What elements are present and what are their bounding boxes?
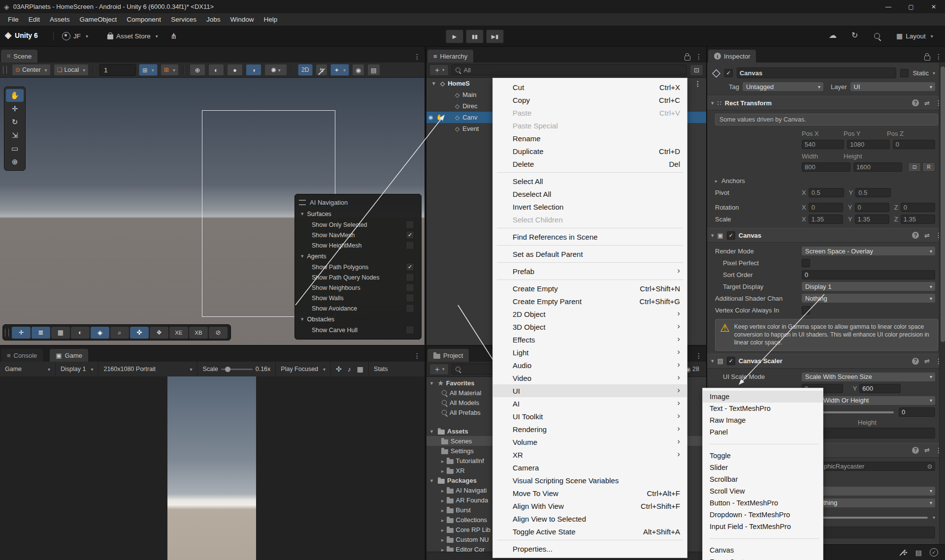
checkbox[interactable] xyxy=(406,326,414,334)
pivot-x-field[interactable]: 0.5 xyxy=(809,188,844,197)
tool-button[interactable]: ↻ xyxy=(6,116,24,128)
context-menu-item[interactable]: Create Empty Ctrl+Shift+N xyxy=(493,282,687,295)
context-menu-item[interactable]: Camera xyxy=(493,461,687,474)
expand-arrow-icon[interactable] xyxy=(441,497,444,504)
create-add-button[interactable]: ＋▾ xyxy=(429,64,449,76)
context-menu-item[interactable]: Paste Ctrl+V xyxy=(493,106,687,119)
ai-nav-row[interactable]: Show Only Selected xyxy=(299,219,417,230)
shading-wireframe-icon[interactable]: ⊕ xyxy=(190,64,205,76)
static-dropdown-icon[interactable]: ▾ xyxy=(933,70,935,76)
submenu-item[interactable]: Scrollbar xyxy=(703,473,823,485)
sort-order-field[interactable]: 0 xyxy=(802,270,935,280)
overlay-tool-button[interactable]: ❖ xyxy=(150,327,168,339)
cloud-icon[interactable]: ☁ xyxy=(829,31,837,40)
context-menu-item[interactable]: Align View to Selected xyxy=(493,512,687,525)
ai-nav-row[interactable]: Show Walls xyxy=(299,293,417,303)
submenu-item[interactable]: Dropdown - TextMeshPro xyxy=(703,509,823,521)
ai-nav-row[interactable]: Obstacles xyxy=(299,313,417,325)
menu-bar-item[interactable]: Edit xyxy=(24,13,45,26)
display-dropdown[interactable]: Display 1 xyxy=(56,362,98,376)
checkbox[interactable] xyxy=(406,294,414,302)
play-button[interactable]: ▶ xyxy=(446,30,463,43)
layer-dropdown[interactable]: UI xyxy=(850,82,936,91)
keyboard-icon[interactable]: ▦ xyxy=(357,365,363,373)
submenu-item[interactable]: Toggle xyxy=(703,450,823,462)
submenu-item[interactable]: Panel xyxy=(703,426,823,438)
foldout-caret-icon[interactable]: ▾ xyxy=(711,100,714,106)
tool-handle-orientation-dropdown[interactable]: ❏ Local xyxy=(54,64,89,76)
checkbox[interactable] xyxy=(406,263,414,271)
pixel-perfect-checkbox[interactable] xyxy=(802,259,810,267)
tool-button[interactable]: ▭ xyxy=(6,142,24,155)
overlay-tool-button[interactable]: ⌕ xyxy=(110,327,129,339)
height-field[interactable]: 1600 xyxy=(853,162,902,172)
ref-y-field[interactable]: 600 xyxy=(859,384,901,393)
canvas-scaler-header[interactable]: ▾ ▤ Canvas Scaler ? ⇌ ⋮ xyxy=(707,354,945,369)
presets-icon[interactable]: ⇌ xyxy=(924,99,930,107)
shader-channels-dropdown[interactable]: Nothing xyxy=(802,294,935,303)
context-menu-item[interactable]: Video xyxy=(493,372,687,384)
context-menu-item[interactable]: Prefab xyxy=(493,265,687,278)
lock-icon[interactable] xyxy=(684,56,690,61)
ok-status-icon[interactable]: ✓ xyxy=(930,548,938,557)
context-menu-item[interactable]: Create Empty Parent Ctrl+Shift+G xyxy=(493,295,687,308)
context-menu-item[interactable]: Paste Special xyxy=(493,119,687,132)
toolbar-drag-handle[interactable] xyxy=(3,66,7,74)
menu-bar-item[interactable]: Jobs xyxy=(201,13,226,26)
tool-handle-pivot-dropdown[interactable]: ⊙ Center xyxy=(12,64,51,76)
tool-button[interactable]: ✋ xyxy=(6,89,24,102)
overlay-tool-button[interactable]: ◈ xyxy=(91,327,109,339)
overlay-tool-button[interactable]: ✛ xyxy=(12,327,31,339)
ai-nav-row[interactable]: Agents xyxy=(299,250,417,262)
overlay-tool-button[interactable]: ✜ xyxy=(130,327,149,339)
submenu-item[interactable]: Image xyxy=(703,391,823,403)
ai-nav-row[interactable]: Show Carve Hull xyxy=(299,325,417,335)
expand-arrow-icon[interactable] xyxy=(441,506,444,514)
checkbox[interactable] xyxy=(406,273,414,281)
anchors-foldout[interactable]: ▸ Anchors xyxy=(707,175,945,187)
shading-shaded-icon[interactable]: ● xyxy=(227,64,243,76)
scale-y-field[interactable]: 1.35 xyxy=(855,215,889,224)
scale-x-field[interactable]: 1.35 xyxy=(809,215,843,224)
inspector-scrollbar[interactable] xyxy=(939,62,945,560)
context-menu-item[interactable]: UI xyxy=(493,384,687,397)
grid-snap-toggle[interactable]: ⊞ xyxy=(139,64,158,76)
checkbox[interactable] xyxy=(406,241,414,249)
presets-icon[interactable]: ⇌ xyxy=(924,357,930,365)
foldout-caret-icon[interactable]: ▾ xyxy=(432,80,435,87)
context-menu-item[interactable]: Copy Ctrl+C xyxy=(493,93,687,106)
help-icon[interactable]: ? xyxy=(912,99,919,106)
submenu-item[interactable]: Scroll View xyxy=(703,485,823,497)
context-menu-item[interactable]: Duplicate Ctrl+D xyxy=(493,145,687,157)
overlays-toggle[interactable]: ▤ xyxy=(367,64,380,76)
presets-icon[interactable]: ⇌ xyxy=(924,446,930,454)
pos-y-field[interactable]: 1080 xyxy=(847,140,889,149)
menu-bar-item[interactable]: Window xyxy=(225,13,259,26)
layout-dropdown[interactable]: ▦ Layout xyxy=(892,30,937,42)
foldout-caret-icon[interactable]: ▾ xyxy=(711,358,714,364)
play-focused-dropdown[interactable]: Play Focused xyxy=(276,362,331,376)
scene-menu-kebab-icon[interactable]: ⋮ xyxy=(414,53,421,61)
gameobject-name-field[interactable]: Canvas xyxy=(737,67,897,78)
maximize-button[interactable]: ▢ xyxy=(900,0,922,13)
lighting-toggle[interactable]: ↯ xyxy=(316,64,327,76)
bug-icon[interactable]: ✣ xyxy=(336,365,342,373)
menu-bar-item[interactable]: GameObject xyxy=(75,13,122,26)
match-value-field[interactable]: 0 xyxy=(899,407,935,417)
checkbox[interactable] xyxy=(406,231,414,239)
context-menu-item[interactable]: Toggle Active State Alt+Shift+A xyxy=(493,525,687,538)
ai-nav-row[interactable]: Show Path Polygons xyxy=(299,262,417,272)
step-button[interactable]: ▶▮ xyxy=(486,30,504,43)
shading-selected-icon[interactable]: ◑ xyxy=(246,64,261,76)
context-menu-item[interactable]: Deselect All xyxy=(493,187,687,200)
scene-visibility-toggle[interactable]: ◉ xyxy=(352,64,364,76)
menu-bar-item[interactable]: Services xyxy=(166,13,201,26)
scene-viewport[interactable]: ✋✛↻⇲▭⊕ AI Navigation Surfaces Sh xyxy=(0,78,424,345)
asset-store-dropdown[interactable]: Asset Store xyxy=(103,30,162,42)
enabled-checkbox[interactable] xyxy=(727,357,735,365)
hierarchy-expand-icon[interactable]: ⊡ xyxy=(690,64,703,76)
context-menu-item[interactable]: Delete Del xyxy=(493,157,687,170)
submenu-item[interactable]: Button - TextMeshPro xyxy=(703,497,823,509)
foldout-caret-icon[interactable]: ▾ xyxy=(711,232,714,239)
overlay-tool-button[interactable]: ▦ xyxy=(51,327,70,339)
